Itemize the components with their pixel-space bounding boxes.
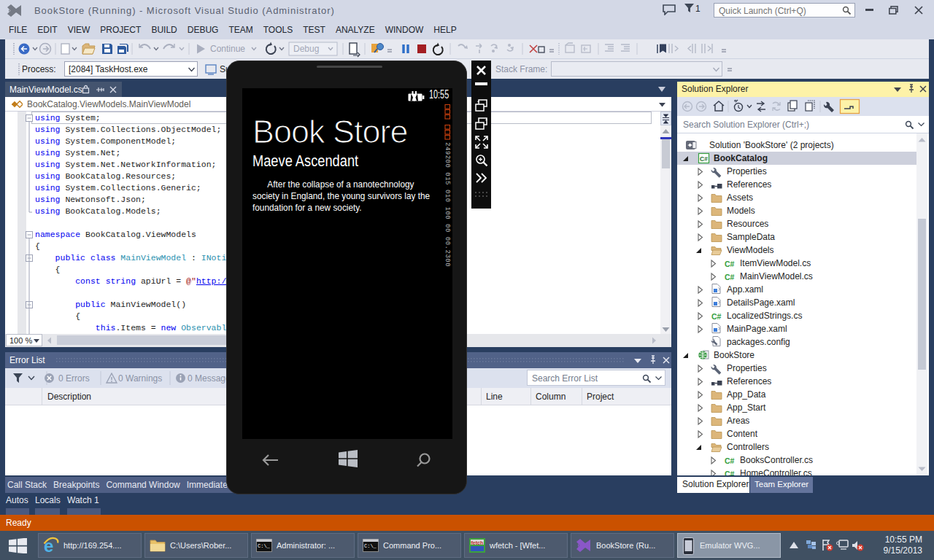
svg-text:Continue: Continue	[210, 44, 245, 54]
svg-text:C:\_: C:\_	[258, 543, 271, 549]
svg-text:References: References	[727, 376, 771, 386]
svg-text:References: References	[727, 179, 771, 190]
svg-text:fetch: fetch	[471, 540, 484, 545]
svg-text:LocalizedStrings.cs: LocalizedStrings.cs	[727, 311, 802, 321]
svg-text:ItemViewModel.cs: ItemViewModel.cs	[740, 258, 811, 268]
svg-text:Debug: Debug	[293, 44, 319, 54]
svg-text:DetailsPage.xaml: DetailsPage.xaml	[727, 298, 795, 308]
svg-text:BookCatalog: BookCatalog	[714, 153, 768, 163]
svg-text:BooksController.cs: BooksController.cs	[740, 455, 813, 465]
svg-text:ViewModels: ViewModels	[727, 245, 773, 255]
svg-text:MainViewModel.cs: MainViewModel.cs	[740, 271, 813, 281]
svg-text:Resources: Resources	[727, 219, 768, 229]
svg-text:Assets: Assets	[727, 192, 753, 203]
svg-text:Properties: Properties	[727, 363, 767, 373]
svg-text:Solution 'BookStore' (2 projec: Solution 'BookStore' (2 projects)	[709, 140, 834, 150]
svg-text:Content: Content	[727, 429, 758, 439]
svg-text:Areas: Areas	[727, 416, 749, 426]
svg-text:HomeController.cs: HomeController.cs	[740, 468, 812, 475]
svg-text:App.xaml: App.xaml	[727, 284, 763, 295]
svg-text:Controllers: Controllers	[727, 442, 769, 452]
svg-text:App_Data: App_Data	[727, 389, 766, 400]
svg-text:C:\_: C:\_	[364, 543, 377, 549]
svg-text:App_Start: App_Start	[727, 402, 766, 413]
svg-text:MainPage.xaml: MainPage.xaml	[727, 324, 787, 334]
svg-text:SampleData: SampleData	[727, 232, 775, 242]
svg-text:packages.config: packages.config	[727, 337, 790, 347]
svg-text:Properties: Properties	[727, 166, 767, 176]
svg-text:BookStore: BookStore	[714, 350, 754, 360]
svg-text:Models: Models	[727, 206, 755, 216]
